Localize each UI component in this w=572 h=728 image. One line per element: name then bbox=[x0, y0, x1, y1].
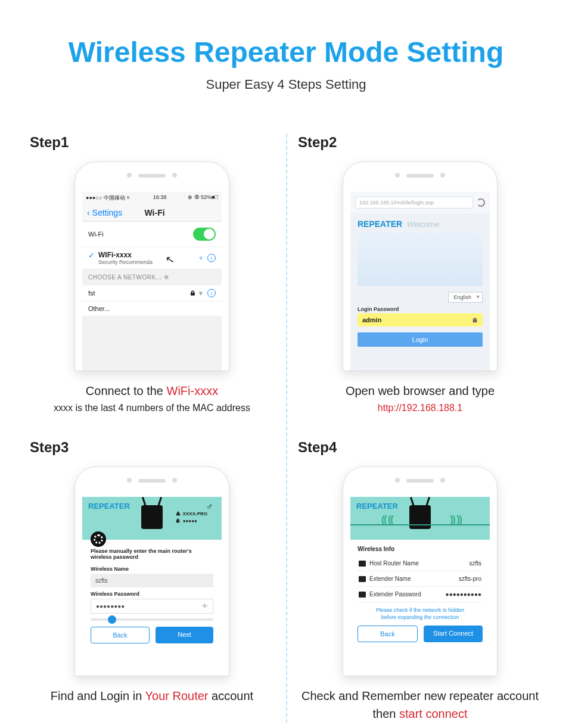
step1-label: Step1 bbox=[30, 134, 274, 151]
wifi-signal-icon: ᯤ bbox=[198, 290, 205, 297]
step4-label: Step4 bbox=[298, 439, 542, 456]
form-hint: Please manually enter the main router's … bbox=[91, 548, 213, 560]
eye-icon[interactable]: 👁︎ bbox=[202, 603, 208, 609]
gear-icon bbox=[91, 531, 106, 547]
next-button[interactable]: Next bbox=[156, 627, 213, 643]
router-info: 👤︎XXXX-PRO 🔒︎●●●●● bbox=[176, 511, 207, 525]
connected-network-row[interactable]: ✓ WIFi-xxxx Security Recommenda ᯤ i ↖ bbox=[82, 247, 222, 269]
step-4: Step4 REPEATER (( (( )) )) bbox=[286, 439, 554, 723]
connected-network-sub: Security Recommenda bbox=[98, 259, 153, 265]
lock-icon: 🔒︎ bbox=[176, 518, 181, 524]
language-select[interactable]: English bbox=[448, 292, 483, 303]
connected-network-name: WIFi-xxxx bbox=[98, 251, 153, 259]
status-left: ●●●○○ 中国移动 ᯤ bbox=[86, 194, 132, 202]
back-button[interactable]: Back bbox=[91, 627, 150, 643]
info-row-extender-name: Extender Name szfts-pro bbox=[358, 571, 483, 587]
step4-caption: Check and Remember new repeater account … bbox=[298, 687, 542, 723]
lock-icon: 🔒︎ bbox=[472, 317, 478, 323]
step-2: Step2 192.168.188.1/mobile/login.asp REP… bbox=[286, 134, 554, 415]
choose-network-header: CHOOSE A NETWORK... ✲ bbox=[82, 269, 222, 285]
phone-mockup-3: REPEATER ♂ 👤︎XXXX-PRO 🔒︎●●●●● bbox=[74, 466, 229, 676]
extender-icon bbox=[359, 576, 366, 582]
wireless-info-title: Wireless Info bbox=[358, 546, 483, 552]
login-password-label: Login Password bbox=[350, 303, 490, 313]
extender-name-value: szfts-pro bbox=[459, 575, 481, 582]
back-button[interactable]: Back bbox=[358, 626, 418, 642]
router-icon bbox=[409, 505, 431, 529]
hidden-network-note: Please check if the network is hidden be… bbox=[358, 602, 483, 626]
step3-label: Step3 bbox=[30, 439, 274, 456]
status-time: 16:38 bbox=[153, 194, 167, 202]
info-row-extender-password: Extender Password ●●●●●●●●●● bbox=[358, 587, 483, 602]
person-icon: 👤︎ bbox=[176, 511, 181, 517]
welcome-text: Welcome bbox=[407, 220, 439, 229]
wireless-name-input[interactable]: szfts bbox=[91, 574, 213, 587]
step-1: Step1 ●●●○○ 中国移动 ᯤ 16:38 ⊕ ⦿ 52%■□ ‹ Set… bbox=[18, 134, 286, 415]
phone-mockup-4: REPEATER (( (( )) )) Wireless Info Host bbox=[343, 466, 498, 676]
login-illustration bbox=[358, 232, 483, 286]
page-title: Wireless Repeater Mode Setting bbox=[18, 36, 554, 69]
reload-icon[interactable] bbox=[477, 198, 485, 207]
status-bar: ●●●○○ 中国移动 ᯤ 16:38 ⊕ ⦿ 52%■□ bbox=[82, 192, 222, 204]
other-label: Other... bbox=[88, 305, 110, 312]
url-input[interactable]: 192.168.188.1/mobile/login.asp bbox=[355, 197, 473, 209]
step3-caption: Find and Login in Your Router account bbox=[30, 687, 274, 705]
wifi-toggle[interactable] bbox=[193, 228, 216, 241]
network-name-fst: fst bbox=[88, 290, 95, 297]
host-router-icon bbox=[359, 561, 366, 567]
page-subtitle: Super Easy 4 Steps Setting bbox=[18, 77, 554, 92]
checkmark-icon: ✓ bbox=[88, 251, 95, 260]
extender-pw-icon bbox=[359, 592, 366, 598]
slider[interactable] bbox=[91, 618, 213, 621]
step1-caption: Connect to the WiFi-xxxx xxxx is the las… bbox=[30, 382, 274, 415]
info-icon[interactable]: i bbox=[207, 254, 216, 262]
router-icon bbox=[141, 505, 163, 529]
status-right: ⊕ ⦿ 52%■□ bbox=[188, 194, 218, 202]
wireless-password-input[interactable]: ●●●●●●●● 👁︎ bbox=[91, 599, 213, 614]
phone-mockup-1: ●●●○○ 中国移动 ᯤ 16:38 ⊕ ⦿ 52%■□ ‹ Settings … bbox=[74, 161, 229, 371]
other-network-row[interactable]: Other... bbox=[82, 301, 222, 316]
cursor-icon: ↖ bbox=[164, 253, 176, 267]
start-connect-button[interactable]: Start Connect bbox=[424, 626, 483, 642]
info-row-host: Host Router Name szfts bbox=[358, 556, 483, 571]
login-password-input[interactable]: admin 🔒︎ bbox=[358, 313, 483, 326]
step2-caption: Open web browser and type http://192.168… bbox=[298, 382, 542, 415]
nav-title-wifi: Wi-Fi bbox=[145, 208, 165, 217]
network-row-fst[interactable]: fst 🔒︎ ᯤ i bbox=[82, 285, 222, 301]
info-icon[interactable]: i bbox=[207, 289, 216, 297]
login-button[interactable]: Login bbox=[358, 332, 483, 347]
extender-password-value: ●●●●●●●●●● bbox=[446, 591, 481, 598]
wireless-name-label: Wireless Name bbox=[91, 566, 213, 572]
phone-mockup-2: 192.168.188.1/mobile/login.asp REPEATER … bbox=[343, 161, 498, 371]
back-settings-link[interactable]: ‹ Settings bbox=[87, 208, 122, 217]
wifi-signal-icon: ᯤ bbox=[198, 254, 205, 262]
wireless-password-label: Wireless Password bbox=[91, 591, 213, 597]
repeater-brand: REPEATER bbox=[356, 502, 398, 511]
host-router-value: szfts bbox=[469, 560, 481, 567]
step2-label: Step2 bbox=[298, 134, 542, 151]
lock-icon: 🔒︎ bbox=[189, 290, 196, 297]
vertical-divider bbox=[286, 134, 287, 723]
repeater-brand: REPEATER bbox=[88, 502, 130, 511]
repeater-brand: REPEATER bbox=[358, 219, 402, 229]
step-3: Step3 REPEATER ♂ 👤︎XXXX-PRO bbox=[18, 439, 286, 723]
wifi-toggle-label: Wi-Fi bbox=[88, 231, 104, 238]
